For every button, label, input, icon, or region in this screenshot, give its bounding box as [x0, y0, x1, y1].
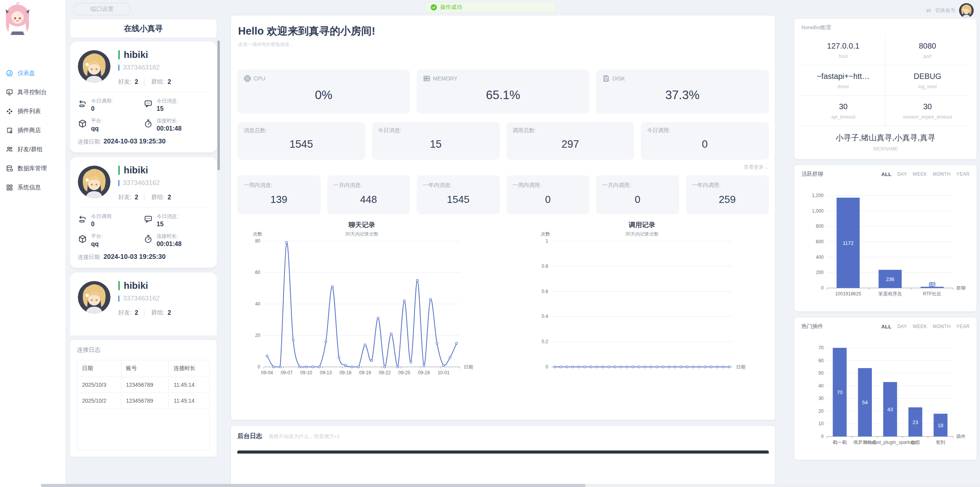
today-msgs-label: 今日消息:: [157, 98, 179, 105]
svg-text:40: 40: [819, 383, 824, 389]
svg-text:次数: 次数: [253, 231, 262, 237]
divider: [78, 207, 209, 208]
svg-text:群聊: 群聊: [956, 285, 966, 291]
tab-week[interactable]: WEEK: [913, 171, 927, 177]
host-label: host: [803, 54, 884, 59]
plugins-icon: [6, 108, 13, 115]
svg-text:09-28: 09-28: [418, 370, 430, 375]
today-msgs-card: 今日消息: 15: [372, 122, 500, 160]
session-timeout-label: session_expire_timeout: [887, 114, 968, 120]
port-settings-button[interactable]: 端口设置: [73, 3, 131, 16]
tab-month[interactable]: MONTH: [933, 171, 951, 177]
tab-week[interactable]: WEEK: [913, 324, 927, 330]
svg-text:笨蛋程序员: 笨蛋程序员: [878, 291, 902, 297]
database-icon: [6, 165, 13, 172]
nav-menu: 仪表盘 真寻控制台 插件列表 插件商店 好友/群组 数据库管理 系统信息: [0, 64, 65, 197]
duration-label: 连接时长:: [157, 117, 182, 124]
svg-text:23: 23: [913, 419, 918, 425]
tab-all[interactable]: ALL: [881, 171, 891, 177]
tab-year[interactable]: YEAR: [956, 324, 969, 330]
svg-text:1,000: 1,000: [812, 208, 824, 214]
tab-year[interactable]: YEAR: [956, 171, 969, 177]
tab-day[interactable]: DAY: [897, 171, 907, 177]
chat-records-chart-block: 聊天记录 30天内记录次数次数02040608009-0409-0709-100…: [241, 220, 482, 385]
bot-card: hibiki 3373463162 好友:2 │ 群组:2 今日调用:0 今日消…: [70, 42, 217, 152]
cpu-icon: [244, 75, 251, 82]
divider: │: [143, 79, 146, 85]
sidebar-item-plugin-list[interactable]: 插件列表: [0, 102, 65, 121]
year-calls-value: 259: [692, 194, 763, 206]
svg-text:09-10: 09-10: [300, 370, 312, 375]
return-icon: [78, 215, 87, 224]
svg-text:插件: 插件: [956, 434, 966, 439]
divider: [78, 92, 209, 92]
svg-text:0: 0: [258, 364, 260, 370]
active-groups-bar-chart[interactable]: 02004006008001,0001,20011722361610019186…: [801, 189, 977, 306]
bot-name: hibiki: [124, 165, 148, 176]
log-duration: 11:45:14: [169, 377, 209, 393]
nickname-label: NICKNAME: [801, 146, 969, 152]
svg-text:1,200: 1,200: [812, 193, 824, 198]
svg-text:09-22: 09-22: [379, 370, 391, 375]
tab-all[interactable]: ALL: [881, 324, 891, 330]
svg-text:0.6: 0.6: [542, 289, 548, 294]
total-calls-label: 调用总数:: [513, 127, 628, 134]
switch-account-label: 切换账号: [935, 7, 955, 14]
cube-icon: [78, 119, 87, 128]
memory-icon: [423, 75, 431, 82]
svg-text:18: 18: [938, 422, 943, 428]
week-calls-label: 一周内调用:: [513, 182, 584, 189]
log-date: 2025/10/2: [77, 393, 121, 409]
svg-text:10: 10: [819, 421, 824, 426]
stat-cards-row: 消息总数: 1545 今日消息: 15 调用总数: 297 今日调用: 0: [237, 122, 769, 160]
svg-text:0: 0: [545, 364, 548, 370]
nonebot-config-title: NoneBot配置: [801, 24, 969, 31]
svg-text:0: 0: [821, 434, 824, 439]
sidebar-item-friends-groups[interactable]: 好友/群组: [0, 140, 65, 159]
tab-month[interactable]: MONTH: [933, 324, 951, 330]
svg-text:400: 400: [816, 255, 824, 260]
id-accent-bar: [118, 180, 119, 186]
sidebar-item-system-info[interactable]: 系统信息: [0, 178, 65, 197]
today-calls-label: 今日调用:: [91, 213, 113, 220]
sidebar-item-database[interactable]: 数据库管理: [0, 159, 65, 178]
connect-date-label: 连接日期:: [78, 138, 101, 145]
dashboard-card: Hello 欢迎来到真寻的小房间! 这是一场传奇的冒险旅途... CPU 0% …: [231, 16, 775, 420]
call-records-line-chart[interactable]: 30天内记录次数次数00.20.40.60.81日期: [529, 229, 755, 385]
api-timeout-label: api_timeout: [803, 114, 884, 120]
cube-icon: [78, 234, 87, 244]
connect-date-value: 2024-10-03 19:25:30: [103, 253, 166, 260]
svg-text:20: 20: [819, 408, 824, 414]
tab-day[interactable]: DAY: [897, 324, 907, 330]
svg-text:日期: 日期: [464, 364, 473, 370]
driver-label: driver: [803, 84, 884, 89]
main-content: Hello 欢迎来到真寻的小房间! 这是一场传奇的冒险旅途... CPU 0% …: [225, 0, 790, 487]
table-row: 2025/10/2 123456789 11:45:14: [77, 393, 209, 409]
svg-text:70: 70: [819, 345, 824, 351]
chat-records-line-chart[interactable]: 30天内记录次数次数02040608009-0409-0709-1009-130…: [241, 229, 482, 385]
sidebar-item-dashboard[interactable]: 仪表盘: [0, 64, 65, 83]
call-records-chart-block: 调用记录 30天内记录次数次数00.20.40.60.81日期: [529, 220, 755, 385]
sidebar-item-plugin-store[interactable]: 插件商店: [0, 121, 65, 140]
cpu-value: 0%: [244, 88, 404, 102]
svg-text:0: 0: [821, 285, 824, 291]
avatar[interactable]: [959, 3, 974, 18]
sidebar-item-console[interactable]: 真寻控制台: [0, 83, 65, 102]
view-more-link[interactable]: 查看更多...: [237, 164, 768, 171]
svg-text:日期: 日期: [736, 364, 745, 370]
total-msgs-label: 消息总数:: [244, 127, 359, 134]
hot-plugins-bar-chart[interactable]: 0102030405060707054432318戳一戳俄罗斯轮盘nonebot…: [801, 342, 977, 454]
month-calls-value: 0: [602, 194, 673, 206]
today-calls-label: 今日调用:: [647, 127, 763, 134]
memory-value: 65.1%: [423, 88, 583, 102]
bot-list: hibiki 3373463162 好友:2 │ 群组:2 今日调用:0 今日消…: [70, 42, 217, 335]
swap-icon: [926, 8, 932, 13]
horizontal-scrollbar-thumb[interactable]: [41, 484, 586, 487]
account-switcher[interactable]: 切换账号: [926, 3, 974, 18]
log-date: 2025/10/3: [77, 377, 121, 393]
app-logo: [3, 2, 32, 38]
id-accent-bar: [118, 65, 119, 71]
vertical-scrollbar-thumb[interactable]: [217, 40, 220, 170]
bot-name: hibiki: [124, 49, 148, 60]
memory-card: MEMORY 65.1%: [417, 70, 589, 113]
